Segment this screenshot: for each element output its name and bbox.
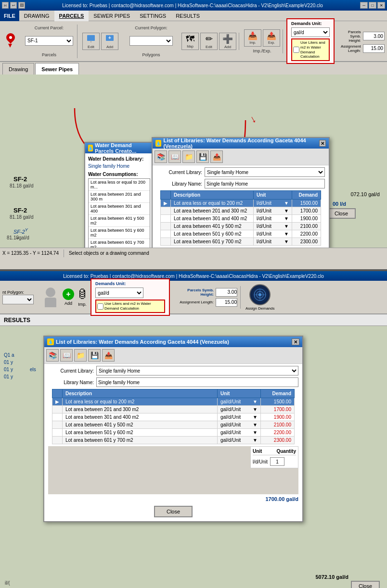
- wdpc-list-item-4[interactable]: Lot area between 401 y 500 m2: [89, 215, 150, 227]
- lib-table-row[interactable]: ▶ Lot area less or equal to 200 m2 l/d/U…: [161, 200, 321, 207]
- menu-file[interactable]: FILE: [0, 11, 19, 21]
- title-controls: ─ □ ✕: [360, 2, 385, 9]
- wdpc-list-item-3[interactable]: Lot area between 301 and 400: [89, 203, 150, 215]
- parcels-symb-height-input[interactable]: [363, 32, 385, 40]
- current-parcel-label: Current Parcel:: [35, 25, 64, 30]
- bottom-assignment-input[interactable]: [216, 298, 237, 307]
- bottom-use-liters-checkbox[interactable]: [97, 303, 103, 310]
- menu-results[interactable]: RESULTS: [171, 11, 205, 21]
- lib-dialog-top: 💧 List of Libraries: Water Demands Accor…: [152, 137, 330, 248]
- bottom-unit-qty-row: l/d/Unit: [253, 457, 296, 466]
- bottom-add-label: Add: [64, 301, 72, 306]
- maximize-btn[interactable]: □: [369, 2, 376, 9]
- bottom-lib-current-library-dropdown[interactable]: Single family Home: [96, 366, 298, 375]
- bottom-radar-icon: [249, 284, 271, 305]
- lib-table-row[interactable]: Lot area between 301 and 400 m2 l/d/Unit…: [161, 215, 321, 223]
- current-parcel-dropdown[interactable]: SF-1: [25, 36, 73, 46]
- lib-tb-save[interactable]: 💾: [196, 150, 209, 163]
- lib-tb-folder[interactable]: 📁: [182, 150, 195, 163]
- bottom-barrel-icon: 🛢: [77, 288, 88, 301]
- lib-table-row[interactable]: Lot area between 401 y 500 m2 l/d/Unit▼ …: [161, 223, 321, 230]
- menu-settings[interactable]: SETTINGS: [135, 11, 171, 21]
- parcel-add-btn[interactable]: + Add: [101, 33, 118, 50]
- current-polygon-dropdown[interactable]: [129, 36, 173, 46]
- wdpc-list-item-5[interactable]: Lot area between 501 y 600 m2: [89, 227, 150, 239]
- bottom-lib-row-demand: 1500.00: [261, 398, 295, 406]
- bottom-polygon-dropdown[interactable]: [2, 295, 34, 304]
- minimize-btn[interactable]: ─: [360, 2, 368, 9]
- top-right-close-btn[interactable]: Close: [327, 208, 356, 219]
- lib-row-unit: l/d/Unit▼: [254, 223, 292, 230]
- menu-drawing[interactable]: DRAWING: [19, 11, 54, 21]
- lib-tb-export[interactable]: 📤: [210, 150, 223, 163]
- lib-row-arrow: [161, 230, 171, 238]
- lib-row-desc: Lot area between 501 y 600 m2: [171, 230, 254, 238]
- exp-btn[interactable]: 📤 Exp.: [263, 29, 280, 47]
- bottom-green-add-icon: +: [63, 288, 74, 300]
- bottom-quantity-input[interactable]: [270, 457, 284, 466]
- wdpc-list-item-1[interactable]: Lot area less or equal to 200 m...: [89, 179, 150, 191]
- bottom-lib-row-desc: Lot area between 301 and 400 m2: [63, 413, 218, 421]
- wdpc-dialog: 💧 Water Demand Parcels Creato... Water D…: [84, 142, 154, 248]
- bottom-lib-table-row[interactable]: Lot area between 201 and 300 m2 gal/d/Un…: [52, 406, 295, 413]
- bottom-lib-gray-area: Unit Quantity l/d/Unit: [48, 446, 298, 494]
- lib-current-library-dropdown[interactable]: Single family Home: [205, 167, 325, 177]
- menu-sewer-pipes[interactable]: SEWER PIPES: [89, 11, 135, 21]
- parcel-edit-btn[interactable]: Edit: [82, 33, 100, 50]
- lib-toolbar: 📚 📖 📁 💾 📤: [153, 149, 329, 165]
- tab-sewer-pipes[interactable]: Sewer Pipes: [35, 63, 79, 75]
- imp-exp-label: Imp./Exp.: [253, 49, 271, 53]
- bottom-lib-row-desc: Lot area between 201 and 300 m2: [63, 406, 218, 413]
- lib-row-arrow: [161, 238, 171, 246]
- bottom-lib-table-row[interactable]: ▶ Lot area less or equal to 200 m2 gal/d…: [52, 398, 295, 406]
- close-btn[interactable]: ✕: [377, 2, 385, 9]
- lib-table-row[interactable]: Lot area between 201 and 300 m2 l/d/Unit…: [161, 207, 321, 215]
- bottom-lib-close-x[interactable]: ✕: [292, 338, 299, 345]
- lib-dialog-close-x[interactable]: ✕: [319, 140, 326, 147]
- bottom-current-polygon-label: nt Polygon:: [2, 290, 39, 295]
- bottom-lib-tb-book2[interactable]: 📖: [60, 349, 73, 362]
- imp-btn[interactable]: 📥 Imp.: [244, 29, 261, 47]
- bottom-lib-tb-book1[interactable]: 📚: [46, 349, 59, 362]
- lib-th-description: Description: [171, 191, 254, 200]
- top-demand-total: 072.10 gal/d: [350, 191, 380, 197]
- tab-drawing[interactable]: Drawing: [2, 63, 34, 75]
- lib-table-row[interactable]: Lot area between 601 y 700 m2 l/d/Unit▼ …: [161, 238, 321, 246]
- bottom-lib-tb-export[interactable]: 📤: [102, 349, 115, 362]
- parcel-edit-icon: [86, 34, 96, 44]
- wdpc-list-item-2[interactable]: Lot area between 201 and 300 m: [89, 191, 150, 203]
- red-arrow-4: ↓: [247, 113, 258, 126]
- bottom-demands-dropdown[interactable]: gal/d: [95, 288, 143, 298]
- lib-library-name-input[interactable]: [205, 179, 325, 188]
- polygon-add-btn[interactable]: ➕ Add: [219, 33, 236, 50]
- lib-tb-book1[interactable]: 📚: [155, 150, 167, 163]
- use-liters-checkbox[interactable]: [293, 47, 299, 53]
- demands-unit-dropdown[interactable]: gal/d: [291, 27, 330, 37]
- menu-parcels[interactable]: PARCELS: [54, 11, 89, 21]
- bottom-right-close-btn[interactable]: Close: [351, 581, 380, 588]
- polygon-map-btn[interactable]: 🗺 Map: [181, 33, 199, 50]
- bottom-lib-tb-save[interactable]: 💾: [88, 349, 101, 362]
- title-bar-icons: H ↩ 🖼: [2, 2, 25, 9]
- bottom-lib-row-demand: 2100.00: [261, 421, 295, 429]
- bottom-lib-close-button[interactable]: Close: [154, 506, 193, 517]
- lib-table-row[interactable]: Lot area between 501 y 600 m2 l/d/Unit▼ …: [161, 230, 321, 238]
- bottom-lib-table-row[interactable]: Lot area between 401 y 500 m2 gal/d/Unit…: [52, 421, 295, 429]
- lib-row-demand: 2200.00: [292, 230, 321, 238]
- bottom-lib-tb-folder[interactable]: 📁: [74, 349, 87, 362]
- bottom-lib-row-unit: gal/d/Unit▼: [218, 398, 261, 406]
- assignment-length-input[interactable]: [363, 44, 385, 53]
- wdpc-list-item-6[interactable]: Lot area between 601 y 700 m2: [89, 239, 150, 248]
- lib-row-unit: l/d/Unit▼: [254, 230, 292, 238]
- bottom-lib-table-row[interactable]: Lot area between 601 y 700 m2 gal/d/Unit…: [52, 437, 295, 444]
- bottom-lib-row-desc: Lot area between 601 y 700 m2: [63, 437, 218, 444]
- bottom-lib-library-name-input[interactable]: [96, 377, 298, 387]
- canvas-area: SF-2 81.18 gal/d SF-2 81.18 gal/d SF-2Y …: [0, 75, 387, 248]
- bottom-symb-height-row: Parcels Symb. Height:: [175, 288, 237, 297]
- bottom-lib-table-row[interactable]: Lot area between 501 y 600 m2 gal/d/Unit…: [52, 429, 295, 437]
- bottom-symb-height-input[interactable]: [216, 288, 237, 297]
- bottom-lib-table-row[interactable]: Lot area between 301 and 400 m2 gal/d/Un…: [52, 413, 295, 421]
- lib-tb-book2[interactable]: 📖: [168, 150, 181, 163]
- polygon-edit-btn[interactable]: ✏ Edit: [200, 33, 218, 50]
- parcels-symb-section: Parcels Symb. Height: Assignment Length:: [338, 28, 387, 55]
